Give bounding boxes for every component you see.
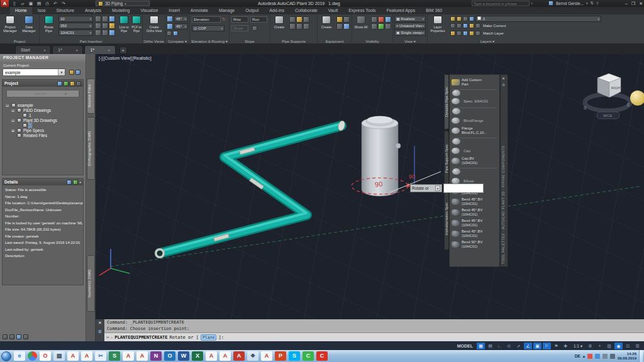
hide-selected-icon[interactable] xyxy=(371,16,377,23)
show-all-button[interactable]: Show All xyxy=(353,16,369,29)
taskbar-notepad[interactable]: ▤ xyxy=(53,351,65,361)
connect-icon[interactable] xyxy=(102,30,108,36)
ribbon-tab[interactable]: Insert xyxy=(164,7,185,14)
palette-item-cap-bv[interactable]: Cap,BV(10HC01) xyxy=(451,155,498,166)
equipment-modify-icon[interactable] xyxy=(336,16,343,23)
insulation-icon[interactable] xyxy=(109,30,115,36)
palette-item-flange-blind[interactable]: FlangeBlind,FL,C,10... xyxy=(451,125,498,136)
isolate-icon[interactable] xyxy=(371,23,377,30)
tree-expand-icon[interactable]: ⊟ xyxy=(5,103,9,107)
clean-screen-icon[interactable]: ⊡ xyxy=(624,343,632,349)
refresh-icon[interactable]: ↻ xyxy=(222,17,226,22)
ribbon-tab[interactable]: BIM 360 xyxy=(421,7,447,14)
close-icon[interactable]: ✕ xyxy=(96,321,104,326)
taskbar-autocad-4[interactable]: A xyxy=(136,351,148,361)
layer-unisolate-icon[interactable] xyxy=(450,31,455,36)
clock[interactable]: 14:26 09.08.2019 xyxy=(618,352,636,361)
chevron-down-icon[interactable]: ▼ xyxy=(58,69,65,75)
pipe-spec-dropdown[interactable]: 10HC01▾ xyxy=(58,30,93,36)
tree-expand-icon[interactable]: ⊟ xyxy=(11,118,15,123)
palette-tab-dynamic-pipe-spec[interactable]: Dynamic Pipe Spec xyxy=(444,74,449,129)
save-icon[interactable]: ▣ xyxy=(28,1,34,6)
workspace-gear-icon[interactable]: ⚙ xyxy=(586,343,594,349)
status-menu-icon[interactable]: ☰ xyxy=(633,343,641,349)
match-layer-icon[interactable] xyxy=(475,31,480,36)
taskbar-excel[interactable]: X xyxy=(192,351,203,361)
undo-icon[interactable]: ↶ xyxy=(52,1,58,6)
network-icon[interactable] xyxy=(602,354,608,359)
compass-east-label[interactable]: E xyxy=(627,102,630,107)
elevation-input[interactable]: Elevation xyxy=(192,16,221,23)
support-anchor-icon[interactable] xyxy=(296,16,303,23)
isodraft-icon[interactable]: ⇗ xyxy=(514,343,523,349)
equipment-convert-icon[interactable] xyxy=(343,16,350,23)
tree-item-plant3d-drawings[interactable]: ⊟ Plant 3D Drawings xyxy=(3,118,83,123)
compass-snap-icon[interactable] xyxy=(167,23,173,30)
search-input[interactable] xyxy=(472,1,530,6)
minimize-button[interactable]: – xyxy=(625,0,628,7)
run-input[interactable]: Run xyxy=(250,16,267,23)
ribbon-tab[interactable]: Manage xyxy=(214,7,240,14)
support-attach-icon[interactable] xyxy=(289,16,296,23)
taskbar-opera[interactable]: O xyxy=(40,351,51,361)
palette-item[interactable] xyxy=(452,89,497,96)
layer-color-icon[interactable] xyxy=(469,16,474,21)
ribbon-tab[interactable]: Isos xyxy=(33,7,51,14)
tree-item-related-files[interactable]: Related Files xyxy=(3,133,83,138)
redo-icon[interactable]: ↷ xyxy=(60,1,67,6)
taskbar-autocad-1[interactable]: A xyxy=(67,351,79,361)
taskbar-autocad-2[interactable]: A xyxy=(81,351,92,361)
taskbar-c-red[interactable]: C xyxy=(316,351,328,361)
tree-item-example[interactable]: ⊟ example xyxy=(3,102,83,107)
palette-tab-instrumentation[interactable]: Instrumentation Spec xyxy=(444,187,449,250)
visual-style-dropdown[interactable]: ▦ Realistic▾ xyxy=(394,16,426,22)
tree-expand-icon[interactable]: ⊟ xyxy=(11,108,15,112)
osnap-settings-icon[interactable]: ▣ xyxy=(533,343,541,349)
layer-make-current-icon[interactable] xyxy=(475,23,480,28)
create-ortho-view-button[interactable]: Create Ortho View xyxy=(145,16,163,33)
compass-plane-icon[interactable] xyxy=(173,31,178,36)
details-icon-2[interactable] xyxy=(73,180,78,185)
command-input[interactable]: ⌨ ▾ PLANTEQUIPMENTCREATE Rotate or [ Pla… xyxy=(104,332,644,341)
taskbar-widget[interactable]: ❖ xyxy=(247,351,258,361)
annotation-visibility-icon[interactable]: ⚑ xyxy=(552,343,560,349)
pcf-to-pipe-button[interactable]: PCF to Pipe xyxy=(130,16,143,33)
palette-spec-label[interactable]: Spec: 10HC01 xyxy=(451,97,498,106)
layer-lock-icon[interactable] xyxy=(463,16,468,21)
ribbon-tab[interactable]: Analysis xyxy=(80,7,106,14)
taskbar-autocad-red[interactable]: A xyxy=(233,351,245,361)
help-icon[interactable]: ? xyxy=(596,1,599,6)
infer-constraints-icon[interactable]: ∟ xyxy=(496,343,504,349)
project-new-icon[interactable] xyxy=(75,70,80,75)
pipe-rating-dropdown[interactable]: 350▾ xyxy=(58,23,93,29)
layer-dropdown[interactable]: 0▾ xyxy=(475,16,601,22)
taskbar-autocad-6[interactable]: A xyxy=(219,351,231,361)
data-manager-button[interactable]: Data Manager xyxy=(20,16,38,33)
ribbon-tab[interactable]: Output xyxy=(240,7,264,14)
side-tab-source-files[interactable]: Source Files xyxy=(87,79,95,114)
viewport-menu-control[interactable]: [-] xyxy=(99,56,103,60)
workspace-dropdown[interactable]: 3D Piping ▾ xyxy=(96,1,150,6)
maximize-button[interactable]: ❐ xyxy=(631,0,635,7)
ribbon-tab[interactable]: Collaborate xyxy=(290,7,323,14)
compass-angle-dropdown-2[interactable]: 45°▾ xyxy=(174,23,188,30)
palette-item-bend-45-3[interactable]: Bend 45°,BV(10HC01) xyxy=(451,207,498,217)
palette-item-bend-45-2[interactable]: Bend 45°,BV(10HC01) xyxy=(451,196,498,207)
file-tab[interactable]: 1*▾ xyxy=(52,45,83,54)
file-tab[interactable]: 1*▾ xyxy=(84,45,115,54)
cop-dropdown[interactable]: ◎ COP▾ xyxy=(192,25,225,31)
compass-south-label[interactable]: S xyxy=(584,106,587,110)
taskbar-s-app[interactable]: S xyxy=(109,351,120,361)
ribbon-tab[interactable]: Home xyxy=(10,7,32,14)
equipment-attach-icon[interactable] xyxy=(336,23,343,30)
ribbon-tab[interactable]: Add-ins xyxy=(264,7,289,14)
layer-merge-icon[interactable] xyxy=(463,31,468,36)
autoscale-icon[interactable]: ✚ xyxy=(562,343,570,349)
tree-item-pipe-specs[interactable]: ⊞ Pipe Specs xyxy=(3,128,83,133)
refresh-project-icon[interactable] xyxy=(57,81,62,86)
new-drawing-icon[interactable] xyxy=(64,81,69,86)
search-icon[interactable]: ⌕ xyxy=(531,1,533,6)
view-control[interactable]: [Custom View] xyxy=(103,56,131,60)
support-shoe-icon[interactable] xyxy=(289,23,296,30)
search-icon[interactable]: ⌕ xyxy=(65,91,67,96)
